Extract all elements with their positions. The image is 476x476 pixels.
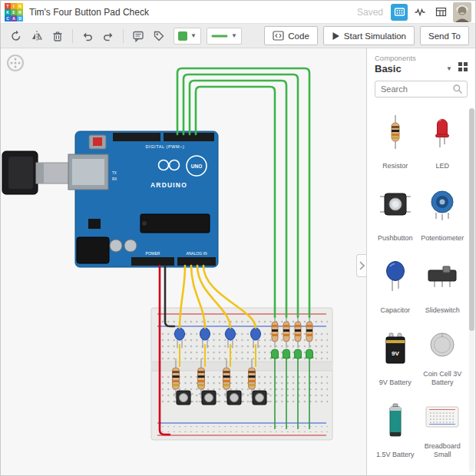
search-icon [452,84,463,94]
pan-control[interactable] [7,55,24,71]
component-label: Pushbutton [378,234,413,245]
component-grid: Resistor LED [367,98,475,461]
arduino-uno[interactable]: DIGITAL (PWM~) TX RX UNO ARDUINO [68,131,218,267]
pushbutton-icon [378,187,412,221]
notes-button[interactable] [129,27,147,45]
circuit-view-button[interactable] [391,4,408,21]
start-simulation-label: Start Simulation [344,31,406,41]
toolbar-divider [123,29,124,43]
component-label: Resistor [382,162,408,173]
battery-9v-label: 9V [392,350,399,357]
delete-button[interactable] [48,27,67,45]
document-title[interactable]: Tim's Four Button Pad Check [29,7,149,18]
undo-icon [81,30,94,42]
chevron-down-icon: ▼ [231,33,237,39]
component-label: Slideswitch [425,306,460,317]
chevron-down-icon: ▼ [190,33,197,39]
topbar-right: Saved [357,2,471,22]
save-status: Saved [357,7,383,18]
note-icon [132,30,144,42]
component-slideswitch[interactable]: Slideswitch [419,246,467,317]
logo-letter: K [5,9,11,15]
analog-pins-label: ANALOG IN [186,251,207,256]
undo-button[interactable] [78,27,97,45]
tinkercad-logo[interactable]: T I N K E R C A D [5,3,23,21]
components-panel: Components Basic ▼ [366,48,475,475]
logo-letter: T [5,3,11,9]
top-bar: T I N K E R C A D Tim's Four Button Pad … [1,1,475,24]
logo-letter: A [11,15,17,21]
rotate-button[interactable] [7,27,25,45]
send-to-button[interactable]: Send To [420,26,469,45]
component-label: Breadboard Small [419,442,467,461]
panel-collapse-button[interactable] [356,254,366,277]
component-9v-battery[interactable]: 9V 9V Battery [372,319,419,389]
list-view-toggle[interactable] [457,61,469,73]
edit-toolbar: ▼ ▼ Code Start Simulation [1,24,475,48]
tinkercad-circuits-app: T I N K E R C A D Tim's Four Button Pad … [0,0,476,476]
pushbutton [224,391,244,405]
search-box [375,81,468,98]
mirror-button[interactable] [28,27,46,45]
panel-scrollbar[interactable] [469,108,474,472]
logo-letter: R [17,9,23,15]
workspace: DIGITAL (PWM~) TX RX UNO ARDUINO [1,48,475,475]
scrollbar-thumb[interactable] [469,108,474,331]
profile-photo [453,2,471,22]
circuit-canvas[interactable]: DIGITAL (PWM~) TX RX UNO ARDUINO [1,48,368,475]
pushbutton [199,391,219,405]
logo-letter: C [5,15,11,21]
component-coin-cell[interactable]: Coin Cell 3V Battery [419,319,467,389]
rotate-icon [10,30,22,42]
component-label: Capacitor [380,306,410,317]
redo-button[interactable] [99,27,117,45]
labels-toggle-button[interactable] [150,27,168,45]
selected-color-swatch [178,31,187,41]
schematic-view-icon [414,5,427,18]
component-resistor[interactable]: Resistor [372,102,419,173]
label-tag-icon [153,30,165,42]
category-dropdown[interactable]: Basic ▼ [375,63,457,74]
trash-icon [51,30,64,42]
start-simulation-button[interactable]: Start Simulation [323,26,415,45]
component-breadboard-small[interactable]: Breadboard Small [419,391,467,461]
logo-letter: I [11,3,17,9]
component-capacitor[interactable]: Capacitor [372,246,419,317]
uno-label: UNO [191,164,202,169]
category-value: Basic [375,63,402,74]
code-button[interactable]: Code [264,26,318,45]
color-dropdown[interactable]: ▼ [174,28,201,45]
send-to-label: Send To [428,31,461,41]
logo-letter: N [17,3,23,9]
pushbutton [250,391,269,405]
breadboard-small-icon [424,402,461,431]
wire-style-dropdown[interactable]: ▼ [207,28,242,45]
logo-letter: E [11,9,17,15]
rx-label: RX [112,177,117,181]
pan-dots-icon [9,57,21,69]
tx-label: TX [112,171,117,175]
battery-1-5v-icon [386,401,405,441]
search-input[interactable] [379,84,452,94]
resistor-icon [386,114,405,150]
code-icon [273,31,284,41]
led-icon [432,114,452,150]
pushbutton [174,391,193,405]
component-list-button[interactable] [432,4,449,21]
component-pushbutton[interactable]: Pushbutton [372,174,419,245]
wire-style-icon [211,32,228,40]
component-1-5v-battery[interactable]: 1.5V Battery [372,391,419,461]
usb-cable[interactable] [2,151,70,194]
schematic-view-button[interactable] [412,4,428,21]
slideswitch-icon [424,261,461,292]
avatar[interactable] [453,2,471,22]
power-pins-label: POWER [146,251,160,256]
grid-list-icon [457,61,469,73]
redo-icon [102,30,114,42]
component-label: LED [435,162,449,173]
component-potentiometer[interactable]: Potentiometer [419,174,467,245]
component-label: 9V Battery [379,378,412,389]
component-led[interactable]: LED [419,102,467,173]
play-icon [332,31,340,41]
component-label: 1.5V Battery [376,451,415,461]
